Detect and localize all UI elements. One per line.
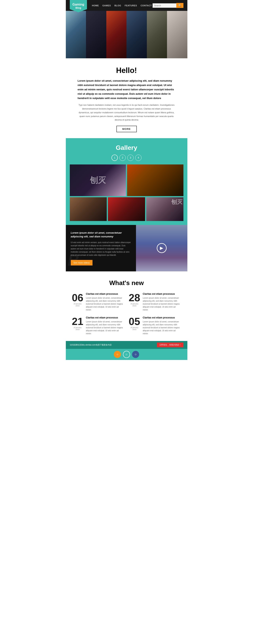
news-month-3: of january 2015 bbox=[72, 326, 84, 330]
news-headline-1: Claritas est etiam processus bbox=[86, 292, 125, 295]
logo-line2: Blog bbox=[72, 6, 84, 10]
news-item-3: 21 of january 2015 Claritas est etiam pr… bbox=[72, 316, 125, 335]
gallery-img-small-2 bbox=[108, 197, 145, 221]
hero-img-4 bbox=[126, 11, 147, 58]
search-input[interactable] bbox=[152, 3, 176, 8]
search-wrap: 🔍 bbox=[152, 3, 184, 8]
news-headline-3: Claritas est etiam processus bbox=[86, 316, 125, 319]
news-headline-2: Claritas est etiam processus bbox=[143, 292, 182, 295]
news-headline-4: Claritas est etiam processus bbox=[143, 316, 182, 319]
gallery-tab-2[interactable]: 2 bbox=[120, 154, 126, 161]
nav: HOME GAMES BLOG FEATURES CONTACT bbox=[92, 4, 152, 7]
news-content-4: Claritas est etiam processus Lorem ipsum… bbox=[143, 316, 182, 335]
hero-img-6 bbox=[167, 11, 188, 58]
gallery-img-small-1 bbox=[70, 197, 107, 221]
hero-img-2 bbox=[86, 11, 106, 58]
news-content-3: Claritas est etiam processus Lorem ipsum… bbox=[86, 316, 125, 335]
video-section: B Lorem ipsum dolor sit amet, consectetu… bbox=[66, 225, 188, 272]
video-text-area: B Lorem ipsum dolor sit amet, consectetu… bbox=[66, 225, 136, 272]
video-italic-text: Lorem ipsum dolor sit amet, consectetuer… bbox=[71, 231, 131, 238]
news-date-3: 21 of january 2015 bbox=[72, 316, 84, 330]
header: Gaming Blog HOME GAMES BLOG FEATURES CON… bbox=[66, 0, 188, 11]
footer-button[interactable]: 立即前往，你我共更多！ bbox=[157, 342, 184, 347]
news-date-2: 28 of january 2015 bbox=[128, 292, 140, 307]
footer-text: 访问叽咪社区bbs.xienlao.com免责下载更多内容 bbox=[70, 344, 112, 346]
nav-games[interactable]: GAMES bbox=[102, 4, 111, 7]
hello-title: Hello! bbox=[78, 66, 176, 75]
news-item-1: 06 of january 2015 Claritas est etiam pr… bbox=[72, 292, 125, 311]
news-content-2: Claritas est etiam processus Lorem ipsum… bbox=[143, 292, 182, 311]
video-normal-text: Ut wisi enim ad minim veniam, quis nostr… bbox=[71, 241, 131, 257]
news-month-4: of january 2015 bbox=[128, 326, 140, 330]
hero-img-1 bbox=[66, 11, 86, 58]
hero-img-3 bbox=[106, 11, 127, 58]
news-date-4: 05 of january 2015 bbox=[128, 316, 140, 330]
hello-bold-text: Lorem ipsum dolor sit amet, consectetuer… bbox=[78, 79, 176, 100]
hello-section: Hello! Lorem ipsum dolor sit amet, conse… bbox=[66, 58, 188, 138]
play-button[interactable]: ▶ bbox=[157, 243, 166, 253]
nav-features[interactable]: FEATURES bbox=[125, 4, 137, 7]
news-day-1: 06 bbox=[72, 292, 84, 304]
more-button[interactable]: MORE bbox=[116, 126, 137, 132]
nav-contact[interactable]: CONTACT bbox=[140, 4, 152, 7]
whats-new-section: What's new 06 of january 2015 Claritas e… bbox=[66, 272, 188, 341]
footer-icons: ○ ○ ○ bbox=[66, 349, 188, 360]
news-day-2: 28 bbox=[129, 292, 140, 304]
hero-img-5 bbox=[147, 11, 167, 58]
gallery-tabs: 1 2 3 4 bbox=[70, 154, 184, 161]
logo-line1: Gaming bbox=[72, 2, 84, 6]
gallery-img-large-2 bbox=[127, 164, 184, 196]
gallery-img-small-3: 刨灭 bbox=[146, 197, 184, 221]
news-grid: 06 of january 2015 Claritas est etiam pr… bbox=[72, 292, 182, 335]
gallery-bottom-row: 刨灭 bbox=[70, 197, 184, 221]
news-day-3: 21 bbox=[72, 316, 84, 327]
news-text-4: Lorem ipsum dolor sit amet, consectetuer… bbox=[143, 320, 182, 335]
hero-images bbox=[66, 11, 188, 58]
footer-icon-share[interactable]: ○ bbox=[123, 351, 130, 358]
news-item-4: 05 of january 2015 Claritas est etiam pr… bbox=[128, 316, 182, 335]
gallery-section: Gallery 1 2 3 4 刨灭 刨灭 bbox=[66, 138, 188, 225]
footer-icon-social[interactable]: ○ bbox=[132, 351, 139, 358]
news-text-2: Lorem ipsum dolor sit amet, consectetuer… bbox=[143, 296, 182, 311]
news-content-1: Claritas est etiam processus Lorem ipsum… bbox=[86, 292, 125, 311]
whats-new-title: What's new bbox=[72, 279, 182, 286]
news-text-1: Lorem ipsum dolor sit amet, consectetuer… bbox=[86, 296, 125, 311]
video-thumbnail[interactable]: ▶ bbox=[136, 225, 188, 272]
footer-bar: 访问叽咪社区bbs.xienlao.com免责下载更多内容 立即前往，你我共更多… bbox=[66, 341, 188, 349]
gallery-img-large-1: 刨灭 bbox=[70, 164, 126, 196]
gallery-top-row: 刨灭 bbox=[70, 164, 184, 196]
news-text-3: Lorem ipsum dolor sit amet, consectetuer… bbox=[86, 320, 125, 335]
gallery-tab-3[interactable]: 3 bbox=[127, 154, 134, 161]
news-month-2: of january 2015 bbox=[128, 303, 140, 307]
news-month-1: of january 2015 bbox=[72, 303, 84, 307]
see-more-videos-button[interactable]: See more videos bbox=[71, 260, 93, 266]
gallery-title: Gallery bbox=[70, 144, 184, 152]
nav-home[interactable]: HOME bbox=[92, 4, 99, 7]
nav-blog[interactable]: BLOG bbox=[114, 4, 121, 7]
news-item-2: 28 of january 2015 Claritas est etiam pr… bbox=[128, 292, 182, 311]
news-day-4: 05 bbox=[129, 316, 140, 327]
search-button[interactable]: 🔍 bbox=[176, 3, 184, 8]
footer-icon-rss[interactable]: ○ bbox=[114, 351, 121, 358]
logo: Gaming Blog bbox=[70, 0, 87, 12]
gallery-tab-1[interactable]: 1 bbox=[112, 154, 118, 161]
gallery-tab-4[interactable]: 4 bbox=[135, 154, 142, 161]
hello-normal-text: Typi non habent claritatem insitam; est … bbox=[78, 103, 176, 122]
news-date-1: 06 of january 2015 bbox=[72, 292, 84, 307]
